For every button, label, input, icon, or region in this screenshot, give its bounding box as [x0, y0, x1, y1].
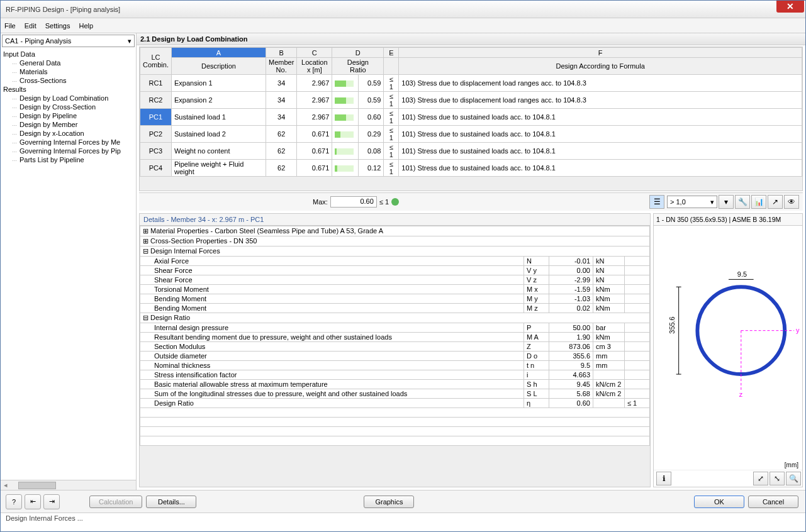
axis-y-icon[interactable]: ⤢	[753, 472, 768, 485]
ok-button[interactable]: OK	[694, 496, 744, 508]
cancel-button[interactable]: Cancel	[748, 496, 798, 508]
results-grid[interactable]: LC Combin. A B C D E F Description Membe…	[139, 47, 803, 191]
tree-gif-member[interactable]: Governing Internal Forces by Me	[1, 138, 136, 147]
table-row[interactable]: PC3Weight no content620.6710.08≤ 1101) S…	[140, 143, 802, 160]
tree-results[interactable]: Results	[1, 85, 136, 94]
tree-design-xloc[interactable]: Design by x-Location	[1, 129, 136, 138]
menu-edit[interactable]: Edit	[25, 22, 36, 30]
detail-row[interactable]: Bending MomentM y-1.03kNm	[140, 294, 650, 304]
info-icon[interactable]: ℹ	[656, 472, 671, 485]
bottom-bar: ? ⇤ ⇥ Calculation Details... Graphics OK…	[1, 490, 805, 513]
detail-row[interactable]: Shear ForceV y0.00kN	[140, 266, 650, 275]
ok-icon	[391, 198, 399, 206]
col-f[interactable]: F	[399, 48, 802, 58]
detail-row[interactable]: Nominal thicknesst n9.5mm	[140, 361, 650, 370]
detail-row[interactable]	[140, 408, 650, 418]
calculation-button[interactable]: Calculation	[89, 496, 142, 508]
axis-z-icon[interactable]: ⤡	[770, 472, 785, 485]
details-button[interactable]: Details...	[146, 496, 196, 508]
hdr-formula: Design According to Formula	[399, 58, 802, 75]
hdr-location-x: Location x [m]	[297, 58, 332, 75]
tree-design-member[interactable]: Design by Member	[1, 120, 136, 129]
menu-settings[interactable]: Settings	[45, 22, 70, 30]
detail-row[interactable]: Stress intensification factori4.663	[140, 370, 650, 380]
table-row[interactable]: RC2Expansion 2342.9670.59≤ 1103) Stress …	[140, 92, 802, 109]
menu-help[interactable]: Help	[79, 22, 93, 30]
detail-row[interactable]: Sum of the longitudinal stresses due to …	[140, 389, 650, 399]
detail-row[interactable]: Design Ratioη0.60≤ 1	[140, 399, 650, 408]
detail-row[interactable]: Resultant bending moment due to pressure…	[140, 333, 650, 342]
tool-1-icon[interactable]: 🔧	[735, 195, 750, 209]
detail-row[interactable]: Cross-Section Properties - DN 350	[140, 236, 650, 247]
detail-row[interactable]: Torsional MomentM x-1.59kNm	[140, 285, 650, 294]
table-row[interactable]: PC1Sustained load 1342.9670.60≤ 1101) St…	[140, 109, 802, 126]
detail-row[interactable]: Design Internal Forces	[140, 247, 650, 257]
detail-row[interactable]: Outside diameterD o355.6mm	[140, 352, 650, 361]
case-selector-value: CA1 - Piping Analysis	[5, 37, 71, 45]
col-e[interactable]: E	[384, 48, 399, 58]
preview-unit: [mm]	[654, 460, 802, 470]
tree-scrollbar[interactable]: ◂	[1, 480, 136, 490]
max-le: ≤ 1	[379, 198, 389, 206]
svg-text:9.5: 9.5	[737, 270, 747, 278]
tool-3-icon[interactable]: ↗	[768, 195, 783, 209]
title-bar: RF-PIPING Design - [Piping analysis] ✕	[1, 1, 805, 18]
close-button[interactable]: ✕	[776, 0, 804, 13]
status-bar: Design Internal Forces ...	[1, 513, 805, 525]
hdr-description: Description	[171, 58, 266, 75]
filter-icon[interactable]: ▾	[719, 195, 734, 209]
tree-materials[interactable]: Materials	[1, 67, 136, 76]
section-title: 2.1 Design by Load Combination	[137, 33, 805, 45]
tree-input-data[interactable]: Input Data	[1, 50, 136, 58]
col-c[interactable]: C	[297, 48, 332, 58]
help-icon[interactable]: ?	[6, 494, 22, 509]
table-row[interactable]: PC2Sustained load 2620.6710.29≤ 1101) St…	[140, 126, 802, 143]
col-a[interactable]: A	[171, 48, 266, 58]
detail-row[interactable]: Design Ratio	[140, 313, 650, 323]
prev-icon[interactable]: ⇤	[25, 494, 41, 509]
case-selector[interactable]: CA1 - Piping Analysis ▾	[2, 35, 135, 47]
svg-text:y: y	[796, 326, 800, 334]
details-header: Details - Member 34 - x: 2.967 m - PC1	[140, 214, 650, 226]
tree-cross-sections[interactable]: Cross-Sections	[1, 76, 136, 85]
tree-parts-list[interactable]: Parts List by Pipeline	[1, 155, 136, 164]
detail-row[interactable]: Axial ForceN-0.01kN	[140, 257, 650, 266]
graphics-button[interactable]: Graphics	[364, 496, 414, 508]
hdr-design-ratio: Design Ratio	[332, 58, 384, 75]
tool-2-icon[interactable]: 📊	[751, 195, 766, 209]
detail-row[interactable]	[140, 427, 650, 436]
tree-design-cs[interactable]: Design by Cross-Section	[1, 103, 136, 111]
col-b[interactable]: B	[266, 48, 296, 58]
detail-row[interactable]: Material Properties - Carbon Steel (Seam…	[140, 226, 650, 236]
tree-general-data[interactable]: General Data	[1, 58, 136, 67]
detail-row[interactable]: Internal design pressureP50.00bar	[140, 323, 650, 333]
next-icon[interactable]: ⇥	[43, 494, 60, 509]
max-row: Max: 0.60 ≤ 1 ☰ > 1,0▾ ▾ 🔧 📊 ↗ 👁	[139, 192, 803, 211]
view-mode-icon[interactable]: ☰	[649, 195, 664, 209]
detail-row[interactable]: Bending MomentM z0.02kNm	[140, 304, 650, 313]
detail-row[interactable]	[140, 418, 650, 427]
table-row[interactable]: RC1Expansion 1342.9670.59≤ 1103) Stress …	[140, 75, 802, 92]
window-title: RF-PIPING Design - [Piping analysis]	[3, 6, 803, 13]
svg-text:z: z	[739, 391, 743, 398]
tree-design-lc[interactable]: Design by Load Combination	[1, 94, 136, 103]
max-label: Max:	[313, 198, 328, 206]
table-row[interactable]: PC4Pipeline weight + Fluid weight620.671…	[140, 160, 802, 177]
zoom-icon[interactable]: 🔍	[786, 472, 801, 485]
menu-file[interactable]: File	[4, 22, 16, 30]
detail-row[interactable]: Shear ForceV z-2.99kN	[140, 275, 650, 285]
preview-title: 1 - DN 350 (355.6x9.53) | ASME B 36.19M	[654, 214, 802, 226]
filter-combo[interactable]: > 1,0▾	[667, 196, 717, 208]
eye-icon[interactable]: 👁	[784, 195, 799, 209]
detail-row[interactable]: Section ModulusZ873.06cm 3	[140, 342, 650, 352]
detail-row[interactable]	[140, 436, 650, 446]
preview-panel: 1 - DN 350 (355.6x9.53) | ASME B 36.19M …	[653, 213, 803, 487]
detail-row[interactable]: Basic material allowable stress at maxim…	[140, 380, 650, 389]
chevron-down-icon: ▾	[128, 37, 132, 45]
tree-gif-pipeline[interactable]: Governing Internal Forces by Pip	[1, 147, 136, 155]
chevron-down-icon: ▾	[710, 198, 714, 206]
svg-text:355.6: 355.6	[668, 316, 676, 333]
tree-design-pipeline[interactable]: Design by Pipeline	[1, 111, 136, 120]
max-value: 0.60	[330, 196, 377, 208]
col-d[interactable]: D	[332, 48, 384, 58]
